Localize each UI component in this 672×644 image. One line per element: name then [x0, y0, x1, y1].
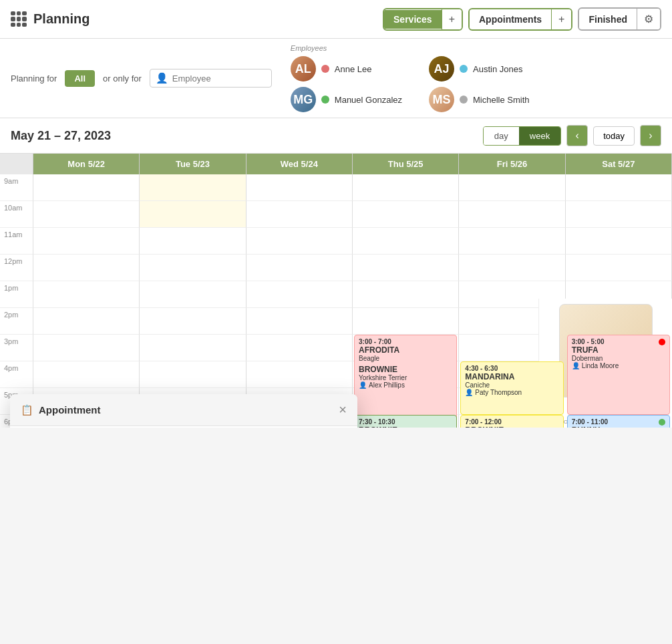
appointments-group: Appointments + — [468, 8, 572, 31]
employees-section: Employees AL Anne Lee MG Manuel Gonzalez — [291, 44, 530, 112]
finished-group: Finished ⚙ — [578, 7, 661, 31]
dot-manuel — [321, 96, 329, 104]
avatar-manuel: MG — [291, 87, 316, 112]
appointments-label[interactable]: Appointments — [470, 10, 551, 29]
modal-header-left: 📋 Appointment — [21, 404, 100, 416]
dot-michelle — [460, 96, 468, 104]
view-toggle: day week — [483, 126, 561, 146]
calendar-icon: 📋 — [21, 404, 33, 416]
employees-label: Employees — [291, 44, 530, 52]
appointment-modal: 📋 Appointment × Alex Phillips ✉ alex-phi… — [10, 394, 357, 428]
services-label[interactable]: Services — [384, 10, 442, 29]
date-range: May 21 – 27, 2023 — [11, 129, 111, 143]
today-button[interactable]: today — [593, 126, 635, 146]
modal-title: Appointment — [39, 404, 100, 416]
prev-week-button[interactable]: ‹ — [566, 125, 588, 146]
calendar-header: May 21 – 27, 2023 day week ‹ today › — [0, 118, 672, 154]
name-manuel: Manuel Gonzalez — [335, 95, 402, 105]
name-anne: Anne Lee — [335, 64, 372, 74]
modal-header: 📋 Appointment × — [10, 394, 357, 426]
avatar-michelle: MS — [429, 87, 454, 112]
calendar-controls: day week ‹ today › — [483, 125, 661, 146]
modal-close-button[interactable]: × — [339, 402, 347, 418]
emp-row-austin: AJ Austin Jones — [429, 56, 530, 82]
next-week-button[interactable]: › — [640, 125, 661, 146]
services-add-button[interactable]: + — [442, 9, 462, 29]
top-nav: Planning Services + Appointments + Finis… — [0, 0, 672, 39]
grid-icon — [11, 11, 27, 27]
all-filter-button[interactable]: All — [65, 70, 95, 87]
person-icon: 👤 — [156, 72, 168, 84]
emp-row-anne: AL Anne Lee — [291, 56, 402, 82]
avatar-anne: AL — [291, 56, 316, 82]
emp-row-michelle: MS Michelle Smith — [429, 87, 530, 112]
dot-anne — [321, 65, 329, 73]
modal-body: Alex Phillips ✉ alex-phillips@super-mail… — [10, 426, 357, 428]
app-title: Planning — [33, 11, 90, 27]
employee-search-input[interactable] — [172, 73, 266, 84]
name-michelle: Michelle Smith — [473, 95, 530, 105]
nav-brand: Planning — [11, 11, 90, 27]
employees-list: AL Anne Lee MG Manuel Gonzalez AJ — [291, 56, 530, 112]
avatar-austin: AJ — [429, 56, 454, 82]
modal-overlay: 📋 Appointment × Alex Phillips ✉ alex-phi… — [0, 154, 672, 428]
name-austin: Austin Jones — [473, 64, 522, 74]
dot-austin — [460, 65, 468, 73]
filter-bar: Planning for All or only for 👤 Employees… — [0, 39, 672, 118]
employee-filter-wrap: 👤 — [150, 69, 272, 88]
emp-row-manuel: MG Manuel Gonzalez — [291, 87, 402, 112]
services-group: Services + — [383, 8, 463, 31]
or-only-for-label: or only for — [103, 73, 142, 84]
appointments-add-button[interactable]: + — [551, 9, 571, 29]
week-view-button[interactable]: week — [519, 127, 560, 145]
finished-settings-button[interactable]: ⚙ — [637, 9, 660, 29]
day-view-button[interactable]: day — [484, 127, 519, 145]
calendar-area: Mon 5/22 Tue 5/23 Wed 5/24 Thu 5/25 Fri … — [0, 154, 672, 428]
finished-label[interactable]: Finished — [579, 10, 637, 29]
left-employees: AL Anne Lee MG Manuel Gonzalez — [291, 56, 402, 112]
right-employees: AJ Austin Jones MS Michelle Smith — [429, 56, 530, 112]
planning-for-label: Planning for — [11, 73, 57, 84]
nav-actions: Services + Appointments + Finished ⚙ — [383, 7, 661, 31]
